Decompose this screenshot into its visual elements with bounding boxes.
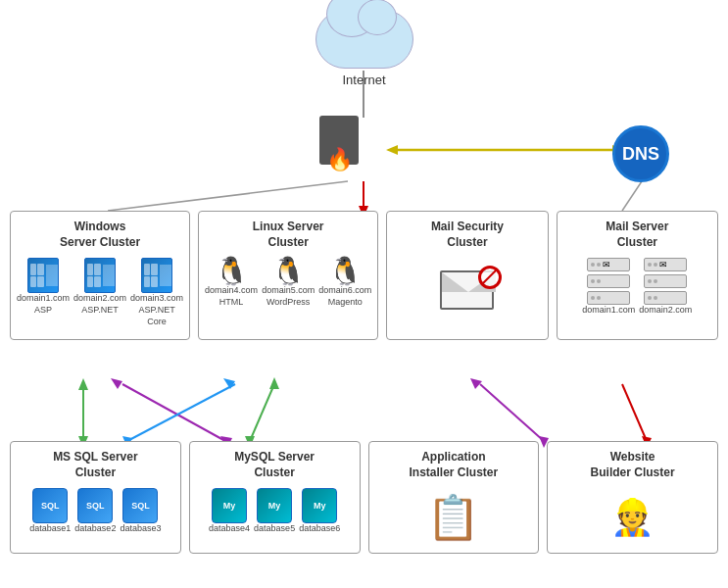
- mail-server-icons: ✉ domain1.com ✉ domain2.com: [563, 258, 711, 317]
- svg-marker-9: [78, 378, 88, 390]
- mail-server-cluster: Mail ServerCluster ✉ domain1.com ✉: [557, 211, 718, 340]
- svg-marker-21: [470, 378, 482, 389]
- domain-label-5: domain5.comWordPress: [262, 285, 315, 308]
- internet-cloud: Internet: [315, 10, 413, 87]
- app-installer-icon: 📋: [426, 496, 480, 539]
- svg-marker-12: [111, 378, 122, 389]
- firewall-flame: 🔥: [326, 147, 353, 172]
- mail-server-2: ✉ domain2.com: [639, 258, 692, 317]
- db-label-4: database4: [209, 523, 250, 535]
- svg-line-10: [122, 384, 225, 441]
- mssql-db-1: SQL database1: [29, 488, 71, 535]
- mysql-db-1: My database4: [209, 488, 250, 535]
- mail-server-1: ✉ domain1.com: [582, 258, 635, 317]
- db-label-5: database5: [254, 523, 295, 535]
- mail-security-title: Mail SecurityCluster: [393, 220, 541, 250]
- db-label-2: database2: [74, 523, 116, 535]
- bottom-cluster-row: MS SQL ServerCluster SQL database1 SQL d…: [10, 441, 718, 554]
- mail-security-content: [393, 258, 541, 326]
- firewall-icon: 🔥: [315, 116, 364, 174]
- linux-server-cluster: Linux ServerCluster 🐧 domain4.comHTML 🐧 …: [198, 211, 378, 340]
- db-label-3: database3: [120, 523, 161, 535]
- svg-line-22: [622, 384, 647, 441]
- windows-server-3: domain3.comASP.NETCore: [130, 258, 183, 327]
- website-builder-icon: 👷: [610, 500, 655, 535]
- dns-circle: DNS: [612, 125, 669, 182]
- svg-line-19: [480, 384, 544, 441]
- website-builder-title: WebsiteBuilder Cluster: [554, 450, 711, 480]
- windows-cluster-title: WindowsServer Cluster: [17, 220, 183, 250]
- network-diagram: Internet 🔥 DNS WindowsServer Cluster: [0, 0, 728, 588]
- mssql-title: MS SQL ServerCluster: [17, 450, 174, 480]
- mysql-drum-1: My: [212, 488, 247, 523]
- sql-drum-3: SQL: [122, 488, 158, 523]
- no-symbol-icon: [478, 266, 502, 289]
- cloud-shape: [315, 10, 413, 69]
- penguin-icon-2: 🐧: [271, 258, 306, 285]
- sql-drum-2: SQL: [77, 488, 113, 523]
- linux-server-1: 🐧 domain4.comHTML: [205, 258, 258, 308]
- win-server-icon-1: [27, 258, 59, 293]
- app-installer-cluster: ApplicationInstaller Cluster 📋: [368, 441, 540, 554]
- windows-server-icons: domain1.comASP domain2.comASP.NET: [17, 258, 183, 327]
- mysql-icons: My database4 My database5 My database6: [196, 488, 354, 535]
- app-installer-title: ApplicationInstaller Cluster: [375, 450, 533, 480]
- windows-server-cluster: WindowsServer Cluster domain1.comASP: [10, 211, 190, 340]
- website-builder-cluster: WebsiteBuilder Cluster 👷: [547, 441, 718, 554]
- domain-label-2: domain2.comASP.NET: [73, 293, 126, 316]
- dns-node: DNS: [612, 125, 669, 182]
- mssql-db-3: SQL database3: [120, 488, 161, 535]
- domain-label-6: domain6.comMagento: [318, 285, 371, 308]
- db-label-6: database6: [299, 523, 340, 535]
- svg-line-13: [250, 384, 274, 441]
- mysql-cluster: MySQL ServerCluster My database4 My data…: [189, 441, 361, 554]
- win-server-icon-3: [141, 258, 172, 293]
- linux-server-3: 🐧 domain6.comMagento: [318, 258, 371, 308]
- db-label-1: database1: [29, 523, 71, 535]
- mssql-db-2: SQL database2: [74, 488, 116, 535]
- mssql-icons: SQL database1 SQL database2 SQL database…: [17, 488, 174, 535]
- svg-marker-15: [269, 377, 279, 389]
- svg-line-16: [127, 384, 235, 441]
- app-installer-content: 📋: [375, 488, 533, 547]
- mysql-title: MySQL ServerCluster: [196, 450, 354, 480]
- mail-server-stack-2: ✉: [644, 258, 687, 305]
- linux-server-2: 🐧 domain5.comWordPress: [262, 258, 315, 308]
- linux-cluster-title: Linux ServerCluster: [205, 220, 371, 250]
- website-builder-content: 👷: [554, 488, 711, 547]
- mail-domain-label-1: domain1.com: [582, 305, 635, 317]
- mysql-db-2: My database5: [254, 488, 295, 535]
- penguin-icon-3: 🐧: [328, 258, 363, 285]
- mysql-drum-3: My: [302, 488, 337, 523]
- svg-line-4: [108, 181, 348, 211]
- penguin-icon-1: 🐧: [215, 258, 249, 285]
- mssql-cluster: MS SQL ServerCluster SQL database1 SQL d…: [10, 441, 181, 554]
- domain-label-1: domain1.comASP: [17, 293, 70, 316]
- windows-server-1: domain1.comASP: [17, 258, 70, 327]
- linux-server-icons: 🐧 domain4.comHTML 🐧 domain5.comWordPress…: [205, 258, 371, 308]
- mail-security-icon: [440, 270, 494, 315]
- mail-server-stack-1: ✉: [587, 258, 630, 305]
- svg-line-24: [622, 181, 642, 211]
- firewall-node: 🔥: [315, 116, 364, 174]
- mail-security-cluster: Mail SecurityCluster: [386, 211, 548, 340]
- domain-label-3: domain3.comASP.NETCore: [130, 293, 183, 327]
- top-cluster-row: WindowsServer Cluster domain1.comASP: [10, 211, 718, 340]
- mail-server-title: Mail ServerCluster: [563, 220, 711, 250]
- svg-marker-18: [223, 378, 235, 389]
- cloud-label: Internet: [315, 73, 413, 87]
- mysql-drum-2: My: [257, 488, 292, 523]
- mysql-db-3: My database6: [299, 488, 340, 535]
- sql-drum-1: SQL: [32, 488, 68, 523]
- mail-domain-label-2: domain2.com: [639, 305, 692, 317]
- domain-label-4: domain4.comHTML: [205, 285, 258, 308]
- dns-label: DNS: [622, 144, 659, 165]
- win-server-icon-2: [84, 258, 116, 293]
- svg-marker-3: [386, 145, 398, 155]
- windows-server-2: domain2.comASP.NET: [73, 258, 126, 327]
